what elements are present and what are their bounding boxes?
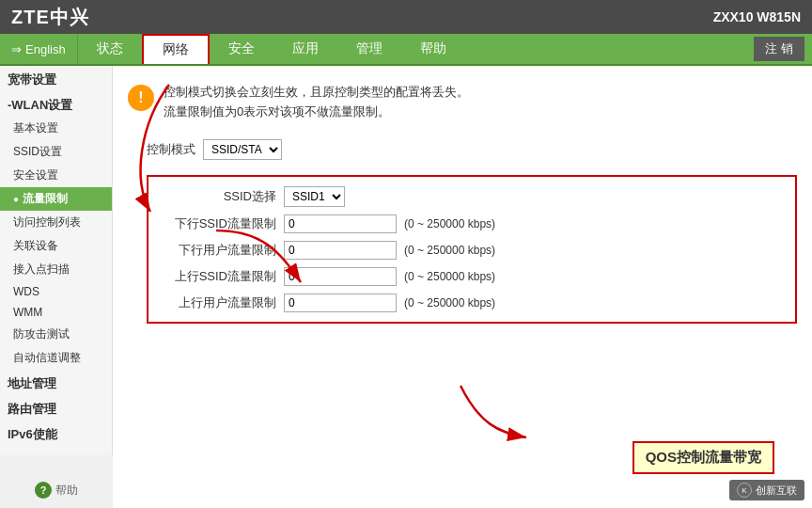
nav-item-app[interactable]: 应用 bbox=[273, 34, 337, 64]
ssid-row0-input[interactable] bbox=[284, 214, 397, 233]
sidebar-item-traffic-limit[interactable]: ●流量限制 bbox=[0, 187, 112, 211]
main: 宽带设置 -WLAN设置 基本设置 SSID设置 安全设置 ●流量限制 访问控制… bbox=[0, 66, 812, 508]
nav-english[interactable]: ⇒ English bbox=[0, 34, 78, 64]
sidebar-footer[interactable]: ? 帮助 bbox=[0, 482, 113, 499]
nav-item-network[interactable]: 网络 bbox=[142, 34, 210, 64]
notice-block: ! 控制模式切换会立刻生效，且原控制类型的配置将丢失。 流量限制值为0表示对该项… bbox=[128, 77, 797, 128]
sidebar-item-auto-channel[interactable]: 自动信道调整 bbox=[0, 346, 112, 370]
sidebar-item-wds[interactable]: WDS bbox=[0, 281, 112, 302]
ssid-select-row: SSID选择 SSID1 SSID2 SSID3 bbox=[164, 186, 780, 207]
ssid-row-2: 上行SSID流量限制 (0 ~ 250000 kbps) bbox=[164, 267, 780, 286]
ssid-row3-input[interactable] bbox=[284, 294, 397, 312]
logout-button[interactable]: 注 销 bbox=[754, 37, 804, 61]
ssid-row0-hint: (0 ~ 250000 kbps) bbox=[404, 217, 495, 230]
ssid-row2-hint: (0 ~ 250000 kbps) bbox=[404, 270, 495, 283]
nav-item-help[interactable]: 帮助 bbox=[401, 34, 465, 64]
qos-label-box: QOS控制流量带宽 bbox=[632, 441, 774, 474]
ssid-row3-label: 上行用户流量限制 bbox=[164, 294, 276, 311]
control-mode-select[interactable]: SSID/STA SSID STA bbox=[203, 139, 282, 160]
sidebar-section-route: 路由管理 bbox=[0, 395, 112, 421]
nav-manage-label: 管理 bbox=[356, 40, 383, 57]
sidebar-section-addr: 地址管理 bbox=[0, 370, 112, 395]
qos-label: QOS控制流量带宽 bbox=[646, 449, 761, 465]
ssid-row3-hint: (0 ~ 250000 kbps) bbox=[404, 296, 495, 310]
sidebar-item-wmm[interactable]: WMM bbox=[0, 302, 112, 323]
nav-status-label: 状态 bbox=[97, 40, 123, 57]
ssid-row1-hint: (0 ~ 250000 kbps) bbox=[404, 244, 495, 257]
content-area: ! 控制模式切换会立刻生效，且原控制类型的配置将丢失。 流量限制值为0表示对该项… bbox=[113, 66, 812, 508]
nav-help-label: 帮助 bbox=[420, 40, 446, 57]
ssid-row-0: 下行SSID流量限制 (0 ~ 250000 kbps) bbox=[164, 214, 780, 233]
control-mode-label: 控制模式 bbox=[147, 141, 195, 158]
sidebar-section-wlan: -WLAN设置 bbox=[0, 91, 112, 117]
help-icon: ? bbox=[35, 482, 52, 499]
sidebar-item-ap-scan[interactable]: 接入点扫描 bbox=[0, 258, 112, 281]
notice-line1: 控制模式切换会立刻生效，且原控制类型的配置将丢失。 bbox=[164, 83, 469, 103]
help-label: 帮助 bbox=[55, 483, 78, 499]
watermark: K 创新互联 bbox=[729, 480, 804, 500]
model: ZXX10 W815N bbox=[713, 9, 801, 24]
navbar: ⇒ English 状态 网络 安全 应用 管理 帮助 注 销 bbox=[0, 34, 812, 66]
ssid-row1-label: 下行用户流量限制 bbox=[164, 242, 276, 259]
sidebar-section-ipv6: IPv6使能 bbox=[0, 421, 112, 446]
sidebar-item-security-set[interactable]: 安全设置 bbox=[0, 164, 112, 187]
control-mode-row: 控制模式 SSID/STA SSID STA bbox=[128, 139, 797, 160]
header: ZTE中兴 ZXX10 W815N bbox=[0, 0, 812, 34]
nav-network-label: 网络 bbox=[163, 41, 189, 58]
sidebar-section-broadband: 宽带设置 bbox=[0, 66, 112, 91]
nav-item-security[interactable]: 安全 bbox=[210, 34, 273, 64]
nav-items: 状态 网络 安全 应用 管理 帮助 bbox=[78, 34, 755, 64]
nav-security-label: 安全 bbox=[228, 40, 255, 57]
warning-icon: ! bbox=[128, 85, 154, 111]
nav-item-status[interactable]: 状态 bbox=[78, 34, 142, 64]
logo: ZTE中兴 bbox=[11, 5, 89, 30]
nav-english-label: English bbox=[25, 42, 66, 56]
ssid-select[interactable]: SSID1 SSID2 SSID3 bbox=[284, 186, 345, 207]
notice-line2: 流量限制值为0表示对该项不做流量限制。 bbox=[164, 103, 469, 122]
sidebar-item-attack-test[interactable]: 防攻击测试 bbox=[0, 323, 112, 346]
nav-item-manage[interactable]: 管理 bbox=[337, 34, 401, 64]
sidebar-item-ssid[interactable]: SSID设置 bbox=[0, 140, 112, 164]
ssid-select-label: SSID选择 bbox=[164, 188, 276, 205]
ssid-row2-input[interactable] bbox=[284, 267, 397, 286]
ssid-row1-input[interactable] bbox=[284, 241, 397, 260]
sidebar-item-acl[interactable]: 访问控制列表 bbox=[0, 211, 112, 234]
ssid-row2-label: 上行SSID流量限制 bbox=[164, 268, 276, 285]
ssid-row-1: 下行用户流量限制 (0 ~ 250000 kbps) bbox=[164, 241, 780, 260]
arrow-icon: ⇒ bbox=[11, 42, 22, 56]
watermark-text: 创新互联 bbox=[756, 484, 797, 498]
sidebar-wrapper: 宽带设置 -WLAN设置 基本设置 SSID设置 安全设置 ●流量限制 访问控制… bbox=[0, 66, 113, 508]
notice-text: 控制模式切换会立刻生效，且原控制类型的配置将丢失。 流量限制值为0表示对该项不做… bbox=[164, 83, 469, 122]
ssid-settings-box: SSID选择 SSID1 SSID2 SSID3 下行SSID流量限制 (0 ~… bbox=[147, 175, 797, 324]
sidebar-item-basic[interactable]: 基本设置 bbox=[0, 117, 112, 140]
ssid-row-3: 上行用户流量限制 (0 ~ 250000 kbps) bbox=[164, 294, 780, 312]
sidebar-item-associated[interactable]: 关联设备 bbox=[0, 234, 112, 258]
sidebar: 宽带设置 -WLAN设置 基本设置 SSID设置 安全设置 ●流量限制 访问控制… bbox=[0, 66, 113, 455]
ssid-row0-label: 下行SSID流量限制 bbox=[164, 215, 276, 232]
watermark-icon: K bbox=[737, 483, 752, 498]
nav-app-label: 应用 bbox=[292, 40, 319, 57]
